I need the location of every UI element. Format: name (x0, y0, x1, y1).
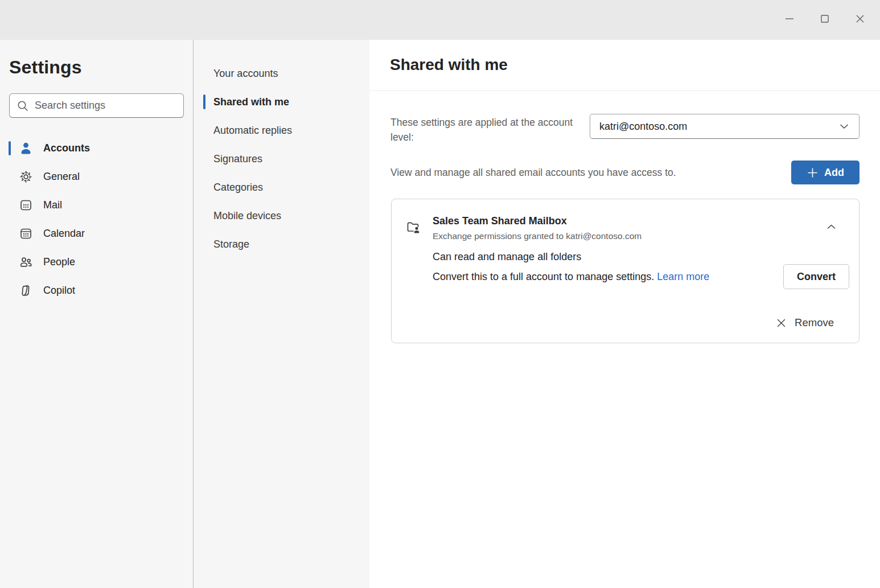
subnav-item-your-accounts[interactable]: Your accounts (194, 59, 369, 88)
subnav-item-automatic-replies[interactable]: Automatic replies (194, 116, 369, 145)
sidebar-item-label: Copilot (43, 285, 75, 297)
selected-indicator (9, 255, 11, 269)
selected-indicator (203, 123, 205, 138)
page-description: View and manage all shared email account… (390, 167, 676, 179)
collapse-card-button[interactable] (822, 217, 841, 236)
subnav-item-label: Shared with me (213, 96, 289, 108)
copilot-icon (19, 283, 33, 298)
selected-indicator (203, 208, 205, 223)
plus-icon (807, 167, 819, 179)
learn-more-link[interactable]: Learn more (657, 271, 709, 282)
settings-title: Settings (0, 57, 193, 78)
mailbox-permission: Can read and manage all folders (433, 251, 841, 263)
subnav-item-shared-with-me[interactable]: Shared with me (194, 88, 369, 116)
selected-indicator (203, 180, 205, 195)
selected-indicator (9, 283, 11, 298)
subnav-item-storage[interactable]: Storage (194, 230, 369, 258)
window-controls (772, 6, 878, 32)
subnav-item-label: Categories (213, 182, 263, 194)
selected-indicator (9, 198, 11, 212)
sidebar-item-calendar[interactable]: Calendar (0, 219, 193, 248)
subnav-item-signatures[interactable]: Signatures (194, 145, 369, 173)
subnav-item-categories[interactable]: Categories (194, 173, 369, 202)
subnav-item-label: Your accounts (213, 68, 278, 80)
page-title: Shared with me (390, 56, 860, 74)
account-select-dropdown[interactable]: katri@contoso.com (590, 114, 860, 139)
sidebar-item-label: Calendar (43, 228, 85, 240)
close-icon (854, 13, 866, 24)
subnav-item-label: Signatures (213, 153, 262, 165)
shared-folder-icon (405, 220, 421, 236)
search-input[interactable] (35, 100, 176, 112)
sidebar-item-people[interactable]: People (0, 248, 193, 276)
mail-icon (19, 198, 33, 212)
subnav-item-label: Automatic replies (213, 125, 292, 137)
mailbox-title: Sales Team Shared Mailbox (433, 215, 642, 227)
convert-button[interactable]: Convert (783, 264, 849, 289)
main-panel: Shared with me These settings are applie… (369, 40, 880, 588)
maximize-button[interactable] (807, 6, 842, 32)
selected-indicator (203, 94, 205, 109)
account-scope-label: These settings are applied at the accoun… (390, 114, 590, 145)
add-button[interactable]: Add (791, 161, 860, 184)
convert-description: Convert this to a full account to manage… (433, 271, 654, 282)
add-button-label: Add (824, 167, 844, 179)
minimize-icon (784, 13, 795, 24)
selected-indicator (9, 141, 11, 155)
people-icon (19, 255, 33, 269)
main-header: Shared with me (369, 40, 880, 91)
settings-sidebar: Settings Accounts (0, 40, 194, 588)
mailbox-subtitle: Exchange permissions granted to katri@co… (433, 231, 642, 241)
sidebar-item-copilot[interactable]: Copilot (0, 276, 193, 305)
selected-indicator (203, 66, 205, 81)
chevron-up-icon (825, 221, 837, 233)
close-button[interactable] (842, 6, 878, 32)
maximize-icon (819, 13, 830, 24)
sidebar-item-label: Mail (43, 199, 62, 211)
x-icon (776, 318, 787, 328)
selected-indicator (9, 170, 11, 184)
sidebar-item-accounts[interactable]: Accounts (0, 134, 193, 162)
subnav-item-label: Mobile devices (213, 210, 281, 222)
shared-mailbox-card: Sales Team Shared Mailbox Exchange permi… (391, 199, 860, 343)
sidebar-item-general[interactable]: General (0, 162, 193, 191)
sidebar-item-mail[interactable]: Mail (0, 191, 193, 219)
selected-account-value: katri@contoso.com (599, 121, 687, 133)
sidebar-item-label: General (43, 171, 80, 183)
calendar-icon (19, 227, 33, 241)
minimize-button[interactable] (772, 6, 807, 32)
sidebar-item-label: Accounts (43, 142, 90, 154)
remove-button[interactable]: Remove (776, 316, 834, 329)
gear-icon (19, 170, 33, 184)
search-icon (17, 100, 29, 112)
chevron-down-icon (838, 121, 850, 132)
sidebar-item-label: People (43, 256, 75, 268)
person-icon (19, 141, 33, 155)
selected-indicator (203, 151, 205, 166)
search-settings-box[interactable] (9, 93, 184, 118)
sidebar-nav: Accounts (0, 134, 193, 305)
remove-button-label: Remove (795, 316, 834, 329)
window-titlebar (0, 0, 880, 40)
accounts-subnav: Your accounts Shared with me Automatic r… (194, 40, 369, 588)
subnav-item-label: Storage (213, 239, 249, 250)
selected-indicator (9, 227, 11, 241)
subnav-item-mobile-devices[interactable]: Mobile devices (194, 202, 369, 230)
selected-indicator (203, 237, 205, 252)
